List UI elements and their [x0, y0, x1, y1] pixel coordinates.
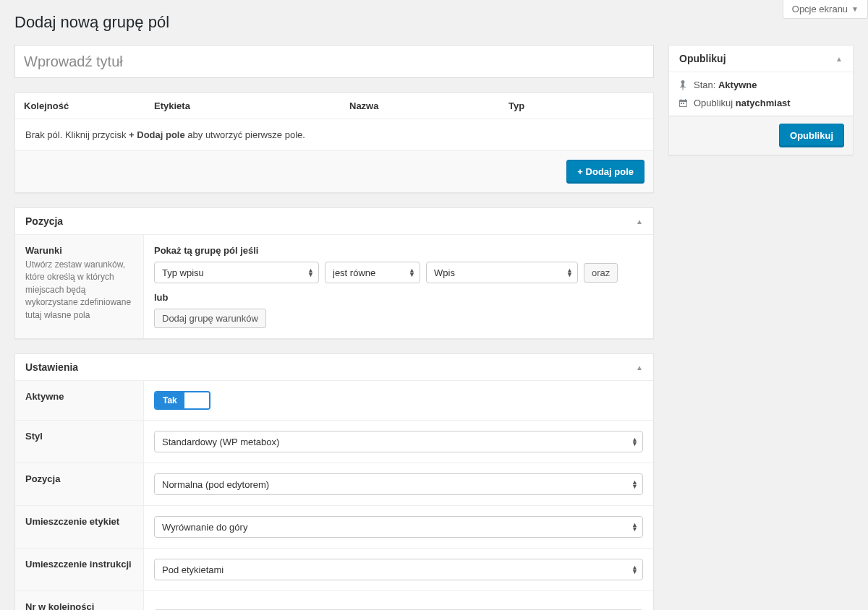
instruction-placement-select[interactable]: Pod etykietami	[154, 559, 643, 580]
col-type: Typ	[500, 93, 653, 119]
setting-active-label: Aktywne	[25, 391, 133, 402]
settings-panel: Ustawienia ▲ Aktywne Tak	[14, 353, 654, 610]
collapse-icon[interactable]: ▲	[835, 55, 843, 63]
collapse-icon[interactable]: ▲	[636, 218, 643, 225]
location-or-label: lub	[154, 292, 643, 303]
toggle-on-label: Tak	[156, 392, 184, 408]
active-toggle[interactable]: Tak	[154, 391, 210, 410]
fields-panel: Kolejność Etykieta Nazwa Typ Brak pól. K…	[14, 93, 654, 193]
setting-label-placement-label: Umieszczenie etykiet	[25, 516, 133, 527]
fields-header: Kolejność Etykieta Nazwa Typ	[15, 93, 653, 119]
location-side-heading: Warunki	[25, 245, 133, 256]
location-show-label: Pokaż tą grupę pól jeśli	[154, 245, 643, 256]
title-input[interactable]	[14, 45, 654, 78]
calendar-icon	[678, 98, 688, 108]
location-panel: Pozycja ▲ Warunki Utwórz zestaw warunków…	[14, 207, 654, 339]
location-operator-select[interactable]: jest równe	[325, 262, 420, 283]
publish-panel: Opublikuj ▲ Stan: Aktywne	[668, 45, 854, 155]
screen-options-toggle[interactable]: Opcje ekranu ▼	[783, 0, 868, 19]
publish-panel-title: Opublikuj	[679, 53, 726, 64]
add-field-button[interactable]: + Dodaj pole	[566, 160, 644, 184]
publish-time-value: natychmiast	[736, 98, 791, 108]
setting-order-label: Nr w kolejności	[25, 601, 133, 610]
location-side-desc: Utwórz zestaw warunków, które określą w …	[25, 259, 133, 322]
chevron-down-icon: ▼	[851, 5, 859, 13]
style-select[interactable]: Standardowy (WP metabox)	[154, 431, 643, 452]
status-label: Stan:	[694, 80, 718, 90]
location-and-button[interactable]: oraz	[584, 263, 618, 283]
location-panel-title: Pozycja	[25, 215, 63, 227]
toggle-knob	[184, 392, 209, 408]
page-title: Dodaj nową grupę pól	[14, 13, 854, 32]
setting-position-label: Pozycja	[25, 473, 133, 484]
location-param-select[interactable]: Typ wpisu	[154, 262, 319, 283]
col-label: Etykieta	[145, 93, 341, 119]
add-rule-group-button[interactable]: Dodaj grupę warunków	[154, 309, 266, 328]
screen-options-label: Opcje ekranu	[792, 4, 848, 14]
settings-panel-title: Ustawienia	[25, 361, 78, 373]
collapse-icon[interactable]: ▲	[636, 364, 643, 371]
status-value: Aktywne	[718, 80, 757, 90]
position-select[interactable]: Normalna (pod edytorem)	[154, 473, 643, 495]
col-order: Kolejność	[15, 93, 145, 119]
publish-time-label: Opublikuj	[694, 98, 736, 108]
setting-instr-placement-label: Umieszczenie instrukcji	[25, 559, 133, 570]
location-value-select[interactable]: Wpis	[426, 262, 578, 283]
publish-button[interactable]: Opublikuj	[779, 124, 844, 147]
col-name: Nazwa	[341, 93, 500, 119]
no-fields-message: Brak pól. Kliknij przycisk + Dodaj pole …	[15, 119, 653, 150]
label-placement-select[interactable]: Wyrównanie do góry	[154, 516, 643, 538]
setting-style-label: Styl	[25, 431, 133, 442]
pin-icon	[678, 80, 688, 90]
